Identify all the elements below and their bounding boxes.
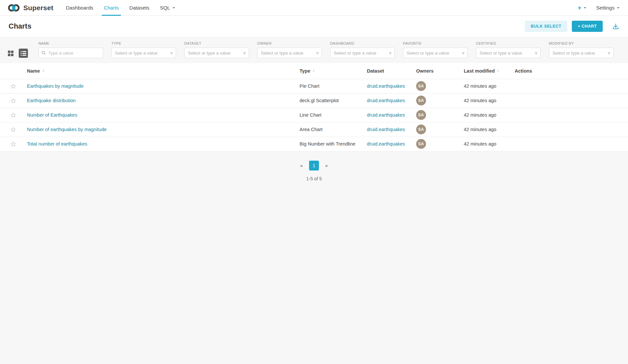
chart-name-link[interactable]: Number of earthquakes by magnitude: [27, 127, 107, 132]
star-icon: [11, 83, 16, 89]
table-row: Total number of earthquakesBig Number wi…: [0, 137, 628, 151]
navbar-right: + Settings: [578, 0, 619, 15]
charts-table: NameTypeDatasetOwnersLast modifiedAction…: [0, 63, 628, 151]
column-header-type[interactable]: Type: [296, 63, 363, 79]
column-header-inner: Owners: [416, 68, 456, 74]
chart-name-link[interactable]: Earthquakes by magnitude: [27, 83, 84, 89]
column-header-name[interactable]: Name: [23, 63, 296, 79]
favorite-cell: [0, 108, 23, 122]
favorite-star-button[interactable]: [11, 127, 16, 132]
view-toggles: [6, 41, 28, 58]
chevron-down-icon: ∨: [461, 51, 465, 55]
sort-icon: [313, 69, 315, 73]
nav-item-charts[interactable]: Charts: [99, 0, 124, 15]
card-view-toggle[interactable]: [6, 49, 15, 58]
filter-label: CERTIFIED: [476, 41, 541, 45]
search-icon: [41, 51, 46, 57]
download-icon: [612, 23, 619, 30]
table-row: Earthquakes by magnitudePie Chartdruid.e…: [0, 79, 628, 93]
name-filter-input[interactable]: [38, 48, 103, 58]
dataset-link[interactable]: druid.earthquakes: [367, 112, 405, 118]
dataset-link[interactable]: druid.earthquakes: [367, 141, 405, 147]
chart-name-cell: Total number of earthquakes: [23, 137, 296, 151]
filter-label: NAME: [38, 41, 103, 45]
list-view-toggle[interactable]: [19, 49, 28, 58]
owner-avatar[interactable]: SA: [416, 81, 426, 91]
filter-owner: OWNERSelect or type a value∨: [257, 41, 322, 58]
favorite-star-button[interactable]: [11, 83, 16, 89]
owner-avatar[interactable]: SA: [416, 96, 426, 105]
filter-label: DATASET: [184, 41, 249, 45]
owners-cell: SA: [412, 93, 460, 108]
pagination: «1»: [0, 161, 628, 171]
filter-type: TYPESelect or type a value∨: [111, 41, 176, 58]
dataset-cell: druid.earthquakes: [363, 122, 412, 137]
chart-name-cell: Number of Earthquakes: [23, 108, 296, 122]
dataset-link[interactable]: druid.earthquakes: [367, 83, 405, 89]
dashboard-filter-select[interactable]: Select or type a value∨: [330, 48, 395, 58]
brand-name: Superset: [23, 4, 53, 12]
favorite-cell: [0, 122, 23, 137]
pagination-prev-button[interactable]: «: [297, 161, 306, 171]
page-title: Charts: [9, 22, 32, 31]
chevron-down-icon: [617, 7, 619, 10]
dataset-cell: druid.earthquakes: [363, 108, 412, 122]
dataset-link[interactable]: druid.earthquakes: [367, 98, 405, 103]
favorite-filter-select[interactable]: Select or type a value∨: [403, 48, 468, 58]
star-icon: [11, 127, 16, 132]
settings-menu[interactable]: Settings: [596, 5, 619, 11]
filter-modified-by: MODIFIED BYSelect or type a value∨: [549, 41, 614, 58]
select-placeholder: Select or type a value: [261, 51, 315, 56]
favorite-cell: [0, 137, 23, 151]
column-header-last-modified[interactable]: Last modified: [460, 63, 511, 79]
actions-cell: [511, 137, 628, 151]
superset-logo[interactable]: Superset: [7, 0, 53, 15]
owner-avatar[interactable]: SA: [416, 110, 426, 120]
bulk-select-button[interactable]: BULK SELECT: [525, 21, 567, 32]
new-item-menu[interactable]: +: [578, 5, 586, 11]
star-icon: [11, 141, 16, 147]
type-filter-select[interactable]: Select or type a value∨: [111, 48, 176, 58]
select-placeholder: Select or type a value: [188, 51, 242, 56]
nav-item-datasets[interactable]: Datasets: [124, 0, 155, 15]
owner-filter-select[interactable]: Select or type a value∨: [257, 48, 322, 58]
pagination-next-button[interactable]: »: [322, 161, 331, 171]
dataset-cell: druid.earthquakes: [363, 93, 412, 108]
certified-filter-select[interactable]: Select or type a value∨: [476, 48, 541, 58]
nav-item-dashboards[interactable]: Dashboards: [60, 0, 99, 15]
actions-cell: [511, 122, 628, 137]
import-charts-button[interactable]: [612, 23, 619, 30]
dataset-filter-select[interactable]: Select or type a value∨: [184, 48, 249, 58]
filter-dashboard: DASHBOARDSelect or type a value∨: [330, 41, 395, 58]
filter-label: DASHBOARD: [330, 41, 395, 45]
pagination-page-button[interactable]: 1: [309, 161, 319, 171]
favorite-star-button[interactable]: [11, 112, 16, 118]
last-modified-cell: 42 minutes ago: [460, 137, 511, 151]
modified-by-filter-select[interactable]: Select or type a value∨: [549, 48, 614, 58]
grid-icon: [8, 51, 13, 56]
table-header-row: NameTypeDatasetOwnersLast modifiedAction…: [0, 63, 628, 79]
filter-name: NAME: [38, 41, 103, 58]
table-row: Number of earthquakes by magnitudeArea C…: [0, 122, 628, 137]
dataset-link[interactable]: druid.earthquakes: [367, 127, 405, 132]
owner-avatar[interactable]: SA: [416, 125, 426, 134]
filter-label: OWNER: [257, 41, 322, 45]
infinity-logo-icon: [7, 3, 20, 12]
owner-avatar[interactable]: SA: [416, 139, 426, 149]
chart-name-cell: Earthquake distribution: [23, 93, 296, 108]
add-chart-button[interactable]: + CHART: [572, 21, 603, 32]
filter-certified: CERTIFIEDSelect or type a value∨: [476, 41, 541, 58]
settings-label: Settings: [596, 5, 615, 11]
chart-name-link[interactable]: Earthquake distribution: [27, 98, 76, 103]
last-modified-cell: 42 minutes ago: [460, 93, 511, 108]
nav-item-sql[interactable]: SQL: [155, 0, 180, 15]
chart-name-link[interactable]: Number of Earthquakes: [27, 112, 77, 118]
favorite-star-button[interactable]: [11, 141, 16, 147]
chevron-down-icon: ∨: [170, 51, 173, 55]
page-header: Charts BULK SELECT + CHART: [0, 16, 628, 37]
chart-name-link[interactable]: Total number of earthquakes: [27, 141, 87, 147]
owners-cell: SA: [412, 108, 460, 122]
chart-name-cell: Number of earthquakes by magnitude: [23, 122, 296, 137]
favorite-star-button[interactable]: [11, 98, 16, 103]
chart-type-cell: Big Number with Trendline: [296, 137, 363, 151]
